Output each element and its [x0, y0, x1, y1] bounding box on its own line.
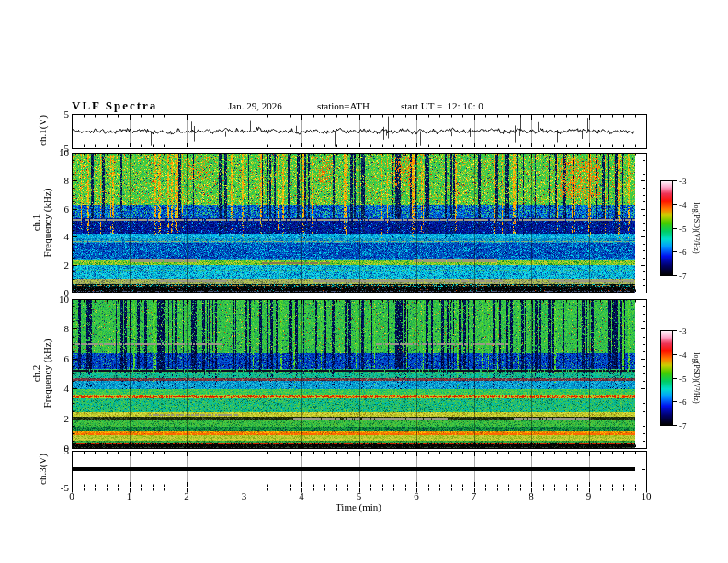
colorbar2-tick-label: -4	[679, 350, 687, 361]
colorbar1-unit-label: log(PSD)(V²/Hz)	[692, 202, 700, 253]
ch1-freq-axis-label-line1: ch.1	[30, 189, 41, 258]
ch3-volts-axis-label: ch.3(V)	[37, 454, 48, 485]
ch1-freq-tick-label: 2	[64, 260, 70, 270]
colorbar2-tick-label: -7	[679, 421, 687, 431]
time-tick-label: 6	[414, 491, 419, 501]
colorbar1-tick-label: -3	[679, 177, 687, 187]
date-label: Jan. 29, 2026	[228, 100, 282, 111]
ch2-freq-tick-label: 4	[64, 384, 70, 394]
ch1-volts-tick-label: -5	[61, 144, 69, 154]
plot-canvas	[0, 0, 728, 563]
ch2-freq-tick-label: 10	[59, 294, 69, 304]
time-tick-label: 8	[529, 491, 534, 501]
start-ut-label: start UT = 12: 10: 0	[401, 100, 483, 111]
time-tick-label: 7	[472, 491, 477, 501]
time-tick-label: 9	[586, 491, 592, 501]
ch1-volts-tick-label: 5	[64, 109, 70, 120]
ch1-freq-tick-label: 6	[64, 204, 70, 214]
colorbar1-tick-label: -7	[679, 271, 687, 282]
time-tick-label: 3	[242, 491, 247, 501]
colorbar2-unit-label: log(PSD)(V²/Hz)	[692, 352, 700, 403]
time-tick-label: 0	[69, 491, 74, 501]
vlf-spectra-plot: VLF Spectra Jan. 29, 2026 station=ATH st…	[0, 0, 728, 563]
time-tick-label: 10	[642, 491, 652, 501]
colorbar2-tick-label: -3	[679, 327, 687, 337]
station-label: station=ATH	[317, 100, 370, 111]
colorbar1-tick-label: -6	[679, 247, 687, 258]
ch1-freq-tick-label: 4	[64, 232, 70, 242]
time-tick-label: 5	[357, 491, 362, 501]
ch1-freq-tick-label: 8	[64, 176, 70, 186]
time-tick-label: 1	[127, 491, 132, 501]
colorbar1-tick-label: -5	[679, 224, 687, 235]
ch2-freq-tick-label: 6	[64, 354, 70, 364]
ch3-volts-tick-label: -5	[61, 483, 69, 493]
ch1-freq-axis-label: ch.1 Frequency (kHz)	[30, 189, 52, 258]
ch2-freq-axis-label-line2: Frequency (kHz)	[41, 339, 52, 408]
time-tick-label: 4	[299, 491, 304, 501]
ch2-freq-axis-label: ch.2 Frequency (kHz)	[30, 339, 52, 408]
colorbar1-tick-label: -4	[679, 201, 687, 211]
colorbar2-tick-label: -6	[679, 397, 687, 408]
time-tick-label: 2	[184, 491, 189, 501]
page-title: VLF Spectra	[72, 98, 157, 113]
ch1-freq-axis-label-line2: Frequency (kHz)	[41, 189, 52, 258]
ch2-freq-tick-label: 2	[64, 414, 70, 424]
ch2-freq-axis-label-line1: ch.2	[30, 339, 41, 408]
colorbar2-tick-label: -5	[679, 374, 687, 385]
ch2-freq-tick-label: 8	[64, 324, 70, 334]
time-axis-label: Time (min)	[336, 501, 381, 512]
ch1-volts-axis-label: ch.1(V)	[37, 115, 48, 146]
ch3-volts-tick-label: 5	[64, 446, 70, 456]
